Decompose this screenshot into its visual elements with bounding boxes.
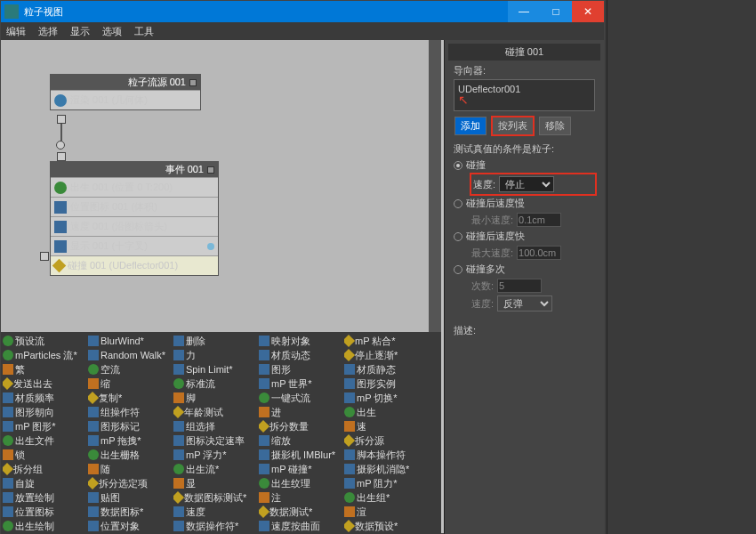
node-row-speed[interactable]: 速度 001 (沿图标箭头) [51,216,218,236]
depot-item[interactable]: 删除 [173,334,259,348]
depot-item[interactable]: 映射对象 [259,334,344,348]
depot-item[interactable]: 脚 [173,391,259,405]
depot-item[interactable]: 出生流* [173,462,259,476]
output-socket-icon[interactable] [207,166,214,174]
depot-item[interactable]: mP 碰撞* [259,462,344,476]
depot-item[interactable]: 锁 [3,448,88,462]
deflector-list[interactable]: UDeflector001 ↖ [454,79,595,111]
node-event-header[interactable]: 事件 001 [51,162,218,177]
connector-out[interactable] [57,115,66,124]
output-socket-icon[interactable] [189,79,197,86]
connector-mid[interactable] [56,141,65,150]
depot-item[interactable]: 数据图标* [88,505,173,519]
menu-edit[interactable]: 编辑 [6,25,26,38]
depot-item[interactable]: Random Walk* [88,348,173,362]
depot-item[interactable]: mP 拖拽* [88,433,173,448]
depot-item[interactable]: 出生组* [344,490,430,505]
depot-item[interactable]: 图形标记 [88,419,173,433]
opt-fast-row[interactable]: 碰撞后速度快 [454,230,595,243]
menu-tools[interactable]: 工具 [134,25,154,38]
operator-depot[interactable]: 预设流BlurWind*删除映射对象mP 粘合*mParticles 流*Ran… [1,332,441,534]
depot-item[interactable]: 图形 [259,362,344,376]
depot-item[interactable]: 出生文件 [3,433,88,448]
depot-item[interactable]: 数据测试* [259,505,344,519]
min-speed-input[interactable] [517,213,561,227]
depot-item[interactable]: 一键式流 [259,391,344,405]
depot-item[interactable]: mP 阻力* [344,476,430,490]
speed-select[interactable]: 停止 [499,176,554,192]
depot-item[interactable]: 年龄测试 [173,405,259,419]
depot-item[interactable]: Spin Limit* [173,362,259,376]
depot-item[interactable]: 停止逐渐* [344,348,430,362]
titlebar[interactable]: 粒子视图 — □ ✕ [1,1,604,22]
depot-item[interactable]: 图形朝向 [3,405,88,419]
depot-item[interactable]: 注 [259,490,344,505]
depot-item[interactable]: 速度 [173,505,259,519]
depot-item[interactable]: 缩放 [259,433,344,448]
depot-item[interactable]: 数据预设* [344,519,430,533]
depot-item[interactable]: 拆分组 [3,462,88,476]
depot-item[interactable]: 渲 [344,505,430,519]
depot-item[interactable]: 发送出去 [3,376,88,391]
menu-select[interactable]: 选择 [38,25,58,38]
depot-item[interactable]: 数据操作符* [173,519,259,533]
radio-icon[interactable] [454,199,462,208]
node-source[interactable]: 粒子流源 001 渲染 001 (几何体) [50,74,201,110]
radio-icon[interactable] [454,232,462,241]
depot-item[interactable]: 图形实例 [344,376,430,391]
depot-item[interactable]: 图标决定速率 [173,433,259,448]
depot-item[interactable]: 力 [173,348,259,362]
depot-item[interactable]: 空流 [88,362,173,376]
depot-item[interactable]: 随 [88,462,173,476]
node-row-render[interactable]: 渲染 001 (几何体) [51,90,200,109]
radio-icon[interactable] [454,161,462,170]
depot-item[interactable]: 位置对象 [88,519,173,533]
node-row-birth[interactable]: 出生 001 (位置 0 T:200) [51,177,218,197]
menu-options[interactable]: 选项 [102,25,122,38]
depot-item[interactable]: 材质动态 [259,348,344,362]
depot-item[interactable]: 贴图 [88,490,173,505]
depot-item[interactable]: 拆分选定项 [88,476,173,490]
depot-item[interactable]: 放置绘制 [3,490,88,505]
times-input[interactable] [497,279,542,293]
node-event[interactable]: 事件 001 出生 001 (位置 0 T:200) 位置图标 001 (体积)… [50,161,219,276]
depot-item[interactable]: 预设流 [3,334,88,348]
depot-item[interactable]: 脚本操作符 [344,448,430,462]
depot-item[interactable]: mP 世界* [259,376,344,391]
connector-test-out[interactable] [40,252,49,261]
depot-item[interactable]: 缩 [88,376,173,391]
maximize-button[interactable]: □ [540,1,572,22]
node-row-collision[interactable]: 碰撞 001 (UDeflector001) [51,255,218,275]
depot-item[interactable]: 速度按曲面 [259,519,344,533]
depot-item[interactable]: 出生绘制 [3,519,88,533]
depot-item[interactable]: mP 粘合* [344,334,430,348]
close-button[interactable]: ✕ [572,1,604,22]
add-button[interactable]: 添加 [454,117,487,135]
depot-item[interactable]: 数据图标测试* [173,490,259,505]
depot-item[interactable]: BlurWind* [88,334,173,348]
by-list-button[interactable]: 按列表 [491,116,535,136]
depot-item[interactable]: 自旋 [3,476,88,490]
canvas-scrollbar[interactable] [429,40,441,332]
depot-item[interactable]: 进 [259,405,344,419]
depot-item[interactable]: mP 图形* [3,419,88,433]
depot-item[interactable]: 材质静态 [344,362,430,376]
depot-item[interactable]: 拆分数量 [259,419,344,433]
node-row-position[interactable]: 位置图标 001 (体积) [51,197,218,216]
depot-item[interactable]: 出生栅格 [88,448,173,462]
remove-button[interactable]: 移除 [539,117,571,135]
node-row-display[interactable]: 显示 001 (十字叉) [51,236,218,255]
menu-display[interactable]: 显示 [70,25,90,38]
depot-item[interactable]: 组操作符 [88,405,173,419]
connector-in[interactable] [57,152,66,161]
flow-canvas[interactable]: 粒子流源 001 渲染 001 (几何体) 事件 001 出生 001 (位置 … [1,40,441,332]
depot-item[interactable]: 显 [173,476,259,490]
opt-slow-row[interactable]: 碰撞后速度慢 [454,197,595,210]
node-source-header[interactable]: 粒子流源 001 [51,75,200,90]
opt-multi-row[interactable]: 碰撞多次 [454,263,595,276]
depot-item[interactable]: 出生 [344,405,430,419]
depot-item[interactable]: 位置图标 [3,505,88,519]
depot-item[interactable]: 拆分源 [344,433,430,448]
depot-item[interactable]: 摄影机消隐* [344,462,430,476]
opt-collide-row[interactable]: 碰撞 [454,158,595,172]
